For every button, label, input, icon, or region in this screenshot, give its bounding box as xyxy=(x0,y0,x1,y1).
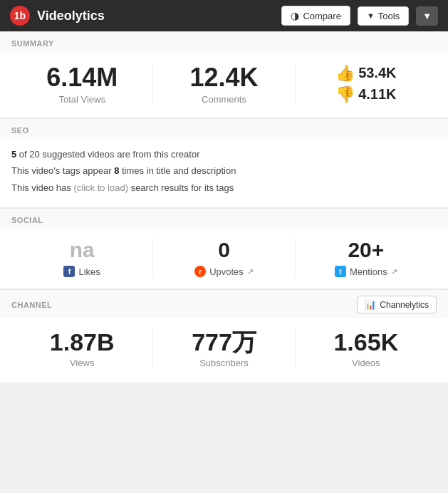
channel-videos-label: Videos xyxy=(296,358,437,368)
twitter-item: 20+ t Mentions ↗ xyxy=(296,237,437,277)
tools-button[interactable]: ▼ Tools xyxy=(358,6,409,26)
reddit-external-icon[interactable]: ↗ xyxy=(247,267,254,276)
twitter-label-row: t Mentions ↗ xyxy=(296,266,437,277)
reddit-icon: r xyxy=(194,266,206,277)
total-views-item: 6.14M Total Views xyxy=(11,63,153,105)
twitter-value: 20+ xyxy=(296,237,437,263)
dropdown-arrow-button[interactable]: ▼ xyxy=(416,6,438,26)
fb-label-row: f Likes xyxy=(11,266,152,277)
social-section: na f Likes 0 r Upvotes ↗ 20+ t Mentions … xyxy=(0,229,448,289)
twitter-icon: t xyxy=(335,266,346,277)
channel-subscribers-value: 777万 xyxy=(153,329,294,356)
main-content: SUMMARY 6.14M Total Views 12.4K Comments… xyxy=(0,31,448,383)
twitter-external-icon[interactable]: ↗ xyxy=(391,267,397,276)
channel-header: CHANNEL 📊 Channelytics xyxy=(0,289,448,318)
channelytics-label: Channelytics xyxy=(380,300,429,310)
social-section-label: SOCIAL xyxy=(0,208,448,229)
seo-suffix-2: times in title and description xyxy=(119,165,236,176)
reddit-value: 0 xyxy=(153,237,294,263)
seo-prefix-2: This video's tags appear xyxy=(11,165,114,176)
compare-icon: ◑ xyxy=(291,10,299,21)
seo-section-label: SEO xyxy=(0,118,448,139)
seo-section: 5 of 20 suggested videos are from this c… xyxy=(0,139,448,209)
channel-subscribers-label: Subscribers xyxy=(153,358,294,368)
thumbs-down-icon: 👎 xyxy=(335,85,355,104)
likes-value: 53.4K xyxy=(358,65,396,81)
facebook-icon: f xyxy=(63,266,75,277)
thumbs-up-icon: 👍 xyxy=(335,64,355,83)
total-views-label: Total Views xyxy=(11,94,152,105)
reddit-item: 0 r Upvotes ↗ xyxy=(153,237,295,277)
channel-section: 1.87B Views 777万 Subscribers 1.65K Video… xyxy=(0,318,448,383)
fb-label: Likes xyxy=(78,266,100,277)
likes-row: 👍 53.4K xyxy=(335,64,396,83)
seo-suffix-3: search results for its tags xyxy=(128,182,234,193)
comments-item: 12.4K Comments xyxy=(153,63,295,105)
seo-line-3: This video has (click to load) search re… xyxy=(11,181,437,195)
seo-prefix-3: This video has xyxy=(11,182,73,193)
dislikes-row: 👎 4.11K xyxy=(335,85,396,104)
app-header: 1b Videolytics ◑ Compare ▼ Tools ▼ xyxy=(0,0,448,31)
channel-videos-item: 1.65K Videos xyxy=(296,329,437,368)
channel-views-value: 1.87B xyxy=(11,329,152,356)
channel-videos-value: 1.65K xyxy=(296,329,437,356)
likes-dislikes-container: 👍 53.4K 👎 4.11K xyxy=(296,64,437,104)
bar-chart-icon: 📊 xyxy=(365,299,376,310)
channel-subscribers-item: 777万 Subscribers xyxy=(153,329,295,368)
dislikes-value: 4.11K xyxy=(358,86,396,103)
summary-section-label: SUMMARY xyxy=(0,31,448,52)
comments-value: 12.4K xyxy=(153,63,294,92)
seo-text-1: of 20 suggested videos are from this cre… xyxy=(16,149,199,160)
compare-button[interactable]: ◑ Compare xyxy=(281,6,350,26)
seo-line-2: This video's tags appear 8 times in titl… xyxy=(11,164,437,178)
channelytics-button[interactable]: 📊 Channelytics xyxy=(357,296,437,313)
channel-views-label: Views xyxy=(11,358,152,368)
reddit-label: Upvotes xyxy=(209,266,244,277)
seo-line-1: 5 of 20 suggested videos are from this c… xyxy=(11,147,437,162)
logo-icon: 1b xyxy=(10,6,30,26)
channel-views-item: 1.87B Views xyxy=(11,329,153,368)
total-views-value: 6.14M xyxy=(11,63,152,92)
facebook-item: na f Likes xyxy=(11,237,153,277)
tools-dropdown-icon: ▼ xyxy=(367,11,375,20)
fb-value: na xyxy=(11,237,152,263)
summary-section: 6.14M Total Views 12.4K Comments 👍 53.4K… xyxy=(0,52,448,118)
app-title: Videolytics xyxy=(37,9,274,24)
arrow-down-icon: ▼ xyxy=(422,11,432,21)
comments-label: Comments xyxy=(153,94,294,105)
likes-dislikes-item: 👍 53.4K 👎 4.11K xyxy=(296,64,437,104)
reddit-label-row: r Upvotes ↗ xyxy=(153,266,294,277)
click-to-load-link[interactable]: (click to load) xyxy=(73,182,128,193)
channel-section-label: CHANNEL xyxy=(11,301,52,309)
twitter-label: Mentions xyxy=(350,266,387,277)
